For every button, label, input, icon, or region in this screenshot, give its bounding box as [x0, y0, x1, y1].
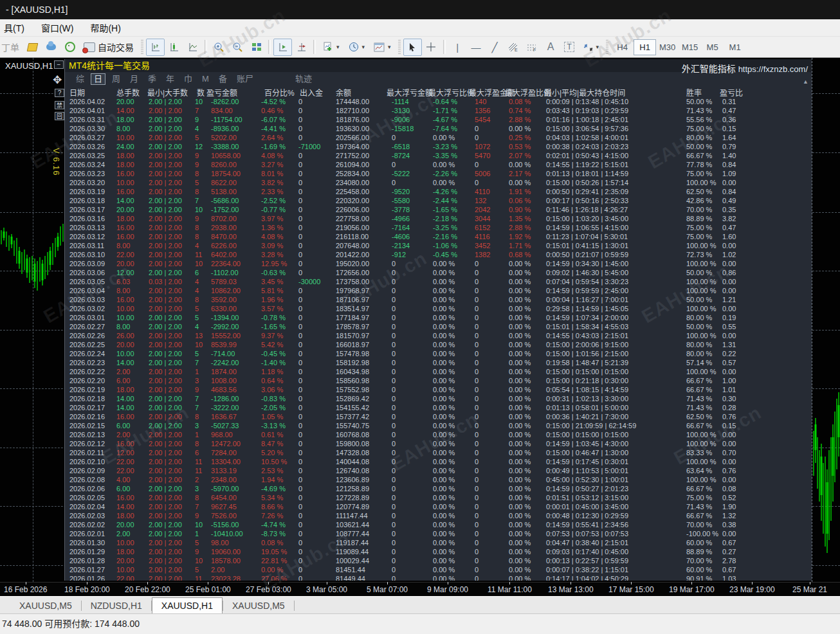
table-row[interactable]: 2026.02.066.002.00 | 2.003-5970.00-4.69 …	[65, 484, 812, 493]
panel-tab[interactable]: 备	[215, 73, 230, 85]
table-row[interactable]: 2026.02.1918.002.00 | 2.0094683.563.06 %…	[65, 385, 812, 394]
table-row[interactable]: 2026.02.0516.002.00 | 2.0086454.005.34 %…	[65, 493, 812, 502]
column-header[interactable]: 数	[197, 87, 205, 98]
indicators-button[interactable]: ▾	[318, 39, 344, 56]
arrows-tool-button[interactable]: ▾	[579, 39, 604, 56]
zoom-in-button[interactable]	[210, 39, 228, 56]
scroll-up-icon[interactable]: ▲	[803, 78, 808, 85]
auto-scroll-button[interactable]	[273, 39, 292, 56]
panel-tab[interactable]: 季	[145, 73, 160, 85]
trendline-button[interactable]: ╱	[486, 39, 504, 56]
table-row[interactable]: 2026.02.1714.002.00 | 2.007-3222.00-2.05…	[65, 403, 812, 412]
table-row[interactable]: 2026.01.2918.002.00 | 2.00919060.0019.05…	[65, 547, 812, 556]
vertical-line-button[interactable]: |	[448, 39, 467, 56]
timeframe-button-m15[interactable]: M15	[679, 39, 701, 55]
table-row[interactable]: 2026.02.1814.002.00 | 2.007-1286.00-0.83…	[65, 394, 812, 403]
table-row[interactable]: 2026.02.1112.002.00 | 2.0067284.005.20 %…	[65, 448, 812, 457]
panel-tab[interactable]: 轨迹	[292, 73, 315, 85]
table-row[interactable]: 2026.01.2820.002.00 | 2.001018578.0022.8…	[65, 556, 812, 565]
table-row[interactable]: 2026.03.1316.002.00 | 2.0082938.001.36 %…	[65, 223, 812, 232]
table-row[interactable]: 2026.02.0318.002.00 | 2.0097526.007.26 %…	[65, 511, 812, 520]
table-row[interactable]: 2026.03.1814.002.00 | 2.007-5686.00-2.52…	[65, 196, 812, 205]
panel-tab[interactable]: 日	[91, 73, 105, 85]
auto-trading-button[interactable]: 自动交易	[79, 39, 138, 56]
panel-tab[interactable]: 年	[163, 73, 178, 85]
line-chart-button[interactable]	[183, 39, 202, 56]
column-header[interactable]: 最大浮亏比例	[428, 87, 475, 98]
chart-tab-xauusd-h1[interactable]: XAUUSD,H1	[152, 597, 223, 613]
panel-tab[interactable]: 月	[127, 73, 142, 85]
column-header[interactable]: 日期	[69, 87, 85, 98]
table-row[interactable]: 2026.03.0612.002.00 | 2.006-1102.00-0.63…	[65, 268, 812, 277]
crosshair-button[interactable]	[422, 39, 441, 56]
templates-button[interactable]: ▾	[369, 39, 396, 56]
panel-tab[interactable]: 巾	[181, 73, 196, 85]
timeframe-button-h4[interactable]: H4	[611, 39, 634, 55]
text-label-button[interactable]: T	[560, 39, 579, 56]
table-row[interactable]: 2026.03.2010.002.00 | 2.0058622.003.82 %…	[65, 178, 812, 187]
panel-tab[interactable]: 周	[109, 73, 123, 85]
market-cloud-icon[interactable]	[42, 39, 60, 56]
table-row[interactable]: 2026.03.1916.002.00 | 2.0085138.002.33 %…	[65, 187, 812, 196]
column-header[interactable]: 盈亏比	[720, 87, 743, 98]
table-row[interactable]: 2026.03.2710.002.00 | 2.0055202.002.64 %…	[65, 133, 812, 142]
table-row[interactable]: 2026.02.0414.002.00 | 2.0079627.458.66 %…	[65, 502, 812, 511]
chart-tab-xauusd-m5[interactable]: XAUUSD,M5	[223, 598, 294, 613]
table-row[interactable]: 2026.03.1216.002.00 | 2.0088470.004.08 %…	[65, 232, 812, 241]
table-row[interactable]: 2026.03.0920.002.00 | 2.001022364.0012.9…	[65, 259, 812, 268]
column-header[interactable]: 总手数	[116, 87, 140, 98]
chart-area[interactable]: XAUUSD,H1 外汇智能指标 https://fxznzb.com/ − ✥…	[0, 58, 840, 582]
table-row[interactable]: 2026.02.0220.002.00 | 2.0010-5156.00-4.7…	[65, 520, 812, 529]
tile-windows-button[interactable]	[247, 39, 266, 56]
text-tool-button[interactable]: A	[542, 39, 560, 56]
table-row[interactable]: 2026.03.2316.002.00 | 2.00818754.008.01 …	[65, 169, 812, 178]
timeframe-button-m1[interactable]: M1	[724, 39, 746, 55]
panel-minimize-button[interactable]: −	[54, 60, 64, 69]
table-row[interactable]: 2026.02.1216.002.00 | 2.00812472.008.47 …	[65, 439, 812, 448]
time-axis[interactable]: 16 Feb 202618 Feb 20:0020 Feb 22:0025 Fe…	[0, 582, 840, 597]
menu-item[interactable]: 帮助(H)	[90, 21, 120, 34]
new-order-button[interactable]: 丁单	[1, 41, 19, 53]
table-row[interactable]: 2026.03.3118.002.00 | 2.009-11754.00-6.0…	[65, 115, 812, 124]
periods-button[interactable]: ▾	[344, 39, 370, 56]
table-row[interactable]: 2026.03.056.030.03 | 2.0045789.033.45 %-…	[65, 277, 812, 286]
bar-chart-button[interactable]	[146, 39, 165, 56]
table-row[interactable]: 2026.03.0316.002.00 | 2.0083592.001.96 %…	[65, 295, 812, 304]
table-row[interactable]: 2026.02.222.002.00 | 2.0011874.001.18 %0…	[65, 367, 812, 376]
table-row[interactable]: 2026.02.1616.002.00 | 2.0081636.671.05 %…	[65, 412, 812, 421]
table-row[interactable]: 2026.02.1022.002.00 | 2.001113304.0010.5…	[65, 457, 812, 466]
table-row[interactable]: 2026.02.156.002.00 | 2.003-5027.33-3.13 …	[65, 421, 812, 430]
column-header[interactable]: 胜率	[686, 87, 702, 98]
table-row[interactable]: 2026.03.048.002.00 | 2.00410862.005.81 %…	[65, 286, 812, 295]
column-header[interactable]: 最小|大手数	[147, 87, 188, 98]
table-row[interactable]: 2026.02.132.002.00 | 2.001968.000.61 %01…	[65, 430, 812, 439]
menu-item[interactable]: 具(T)	[4, 21, 24, 34]
cursor-button[interactable]	[403, 39, 422, 56]
menu-item[interactable]: 窗口(W)	[41, 21, 74, 34]
table-row[interactable]: 2026.02.2626.002.00 | 2.001315552.009.37…	[65, 331, 812, 340]
table-row[interactable]: 2026.03.2418.002.00 | 2.0098260.003.27 %…	[65, 160, 812, 169]
table-row[interactable]: 2026.03.118.002.00 | 2.0046226.003.09 %0…	[65, 241, 812, 250]
move-icon[interactable]: ✥	[53, 73, 62, 87]
table-row[interactable]: 2026.03.1720.002.00 | 2.0010-1752.00-0.7…	[65, 205, 812, 214]
column-header[interactable]: 最小|平均|最大持仓时间	[544, 87, 625, 98]
timeframe-button-m5[interactable]: M5	[701, 39, 724, 55]
table-row[interactable]: 2026.01.3010.002.00 | 2.00598.000.08 %01…	[65, 538, 812, 547]
column-header[interactable]: 最大浮亏金额	[387, 87, 433, 98]
signals-icon[interactable]	[60, 39, 79, 56]
chart-tab-xauusd-m5[interactable]: XAUUSD,M5	[10, 598, 81, 613]
table-row[interactable]: 2026.01.2710.002.00 | 2.0052.000.00 %081…	[65, 565, 812, 574]
help-button[interactable]: ?	[55, 89, 64, 97]
table-row[interactable]: 2026.04.0114.002.00 | 2.007834.000.46 %0…	[65, 106, 812, 115]
chart-shift-button[interactable]	[292, 39, 311, 56]
horizontal-line-button[interactable]: —	[467, 39, 486, 56]
table-row[interactable]: 2026.03.1618.002.00 | 2.0098702.003.97 %…	[65, 214, 812, 223]
chart-tab-nzdusd-h1[interactable]: NZDUSD,H1	[82, 598, 151, 613]
zoom-out-button[interactable]	[228, 39, 247, 56]
panel-tab[interactable]: 账尸	[233, 73, 257, 85]
table-row[interactable]: 2026.03.1022.002.00 | 2.00116402.003.28 …	[65, 250, 812, 259]
table-row[interactable]: 2026.04.0220.002.00 | 2.0010-8262.00-4.5…	[65, 97, 812, 106]
panel-tab[interactable]: 综	[73, 73, 87, 85]
table-row[interactable]: 2026.03.0110.002.00 | 2.005-1394.00-0.78…	[65, 313, 812, 322]
table-row[interactable]: 2026.02.2314.002.00 | 2.007-2242.00-1.40…	[65, 358, 812, 367]
